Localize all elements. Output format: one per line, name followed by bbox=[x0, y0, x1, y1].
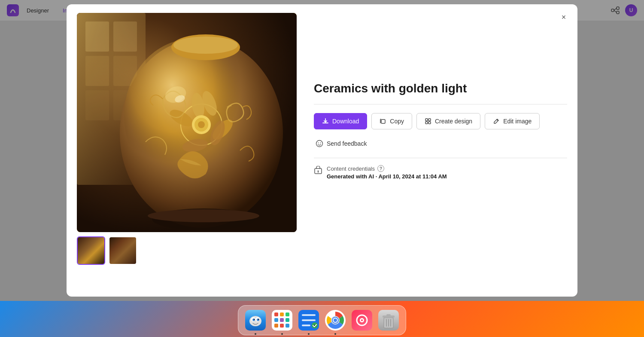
main-image-svg bbox=[77, 13, 297, 232]
credentials-text: Content credentials ? Generated with AI … bbox=[327, 165, 447, 180]
svg-rect-7 bbox=[85, 21, 109, 52]
dock-dot-taskcheck bbox=[308, 333, 310, 335]
svg-rect-32 bbox=[425, 119, 428, 121]
edit-image-button[interactable]: Edit image bbox=[485, 113, 540, 129]
credentials-label-text: Content credentials bbox=[327, 165, 375, 172]
taskcheck-icon bbox=[298, 310, 319, 331]
dock-dot-dashlane bbox=[281, 333, 283, 335]
svg-rect-8 bbox=[113, 21, 137, 52]
svg-point-37 bbox=[318, 143, 319, 144]
credentials-generated: Generated with AI · April 10, 2024 at 11… bbox=[327, 173, 447, 180]
svg-rect-79 bbox=[386, 314, 391, 316]
svg-point-49 bbox=[258, 319, 259, 320]
thumbnail-1[interactable] bbox=[77, 236, 105, 265]
svg-point-74 bbox=[361, 319, 363, 321]
download-icon bbox=[322, 118, 329, 125]
chrome-icon bbox=[325, 310, 346, 331]
dock-item-music[interactable] bbox=[350, 308, 374, 332]
svg-rect-11 bbox=[85, 90, 109, 120]
credentials-section: Content credentials ? Generated with AI … bbox=[314, 165, 567, 180]
copy-button[interactable]: Copy bbox=[371, 113, 412, 129]
dock-item-chrome[interactable] bbox=[323, 308, 347, 332]
modal-body: Ceramics with golden light Download Copy bbox=[77, 13, 567, 286]
svg-rect-59 bbox=[286, 324, 289, 328]
feedback-divider bbox=[314, 158, 567, 158]
svg-rect-9 bbox=[85, 56, 109, 86]
thumb-image-2 bbox=[109, 237, 136, 264]
edit-image-icon bbox=[493, 118, 500, 125]
svg-point-30 bbox=[148, 209, 259, 222]
svg-rect-33 bbox=[428, 119, 431, 121]
svg-point-36 bbox=[316, 141, 323, 147]
music-icon bbox=[352, 310, 372, 331]
create-design-button[interactable]: Create design bbox=[416, 113, 480, 129]
svg-point-70 bbox=[334, 319, 337, 322]
svg-rect-62 bbox=[302, 319, 316, 321]
svg-point-16 bbox=[173, 37, 238, 54]
credentials-date: April 10, 2024 at 11:04 AM bbox=[378, 173, 447, 180]
credentials-info-icon[interactable]: ? bbox=[377, 165, 384, 172]
svg-point-48 bbox=[254, 319, 255, 320]
feedback-label: Send feedback bbox=[327, 140, 367, 147]
thumbnail-2[interactable] bbox=[109, 236, 137, 265]
svg-rect-54 bbox=[274, 318, 278, 322]
edit-image-label: Edit image bbox=[503, 118, 532, 125]
finder-icon bbox=[245, 310, 266, 331]
svg-point-43 bbox=[249, 316, 261, 326]
svg-rect-52 bbox=[280, 312, 284, 316]
svg-rect-57 bbox=[274, 324, 278, 328]
info-panel: Ceramics with golden light Download Copy bbox=[314, 13, 567, 286]
svg-rect-31 bbox=[381, 119, 385, 123]
title-divider bbox=[314, 104, 567, 104]
create-design-icon bbox=[425, 118, 431, 125]
copy-icon bbox=[380, 118, 386, 125]
dock-dot-chrome bbox=[334, 333, 336, 335]
thumb-image-1 bbox=[78, 237, 104, 264]
svg-rect-55 bbox=[280, 318, 284, 322]
dock-item-trash[interactable] bbox=[377, 308, 401, 332]
dock-item-finder[interactable] bbox=[243, 308, 267, 332]
dock bbox=[238, 305, 406, 335]
svg-rect-56 bbox=[286, 318, 289, 322]
image-panel bbox=[77, 13, 297, 286]
trash-icon bbox=[378, 310, 399, 331]
image-title: Ceramics with golden light bbox=[314, 82, 567, 95]
dock-item-taskcheck[interactable] bbox=[297, 308, 321, 332]
create-design-label: Create design bbox=[435, 118, 472, 125]
credentials-label-row: Content credentials ? bbox=[327, 165, 447, 172]
svg-rect-63 bbox=[302, 325, 310, 326]
svg-rect-34 bbox=[425, 122, 428, 124]
main-image bbox=[77, 13, 297, 232]
download-label: Download bbox=[332, 118, 359, 125]
dock-dot-finder bbox=[255, 333, 256, 335]
download-button[interactable]: Download bbox=[314, 113, 367, 129]
send-feedback-button[interactable]: Send feedback bbox=[314, 136, 368, 151]
modal-close-button[interactable]: × bbox=[557, 10, 571, 24]
svg-point-38 bbox=[320, 143, 321, 144]
dock-item-dashlane[interactable] bbox=[270, 308, 294, 332]
generated-with-ai: Generated with AI bbox=[327, 173, 374, 180]
thumbnails-container bbox=[77, 236, 297, 265]
svg-rect-53 bbox=[286, 312, 289, 316]
action-buttons: Download Copy Create d bbox=[314, 113, 567, 129]
svg-rect-35 bbox=[428, 122, 431, 124]
svg-rect-61 bbox=[302, 314, 316, 316]
copy-label: Copy bbox=[390, 118, 404, 125]
image-detail-modal: × bbox=[67, 4, 577, 297]
credentials-icon bbox=[314, 166, 322, 175]
svg-point-26 bbox=[198, 121, 205, 128]
feedback-icon bbox=[316, 140, 323, 147]
svg-rect-58 bbox=[280, 324, 284, 328]
svg-rect-51 bbox=[274, 312, 278, 316]
dashlane-icon bbox=[272, 310, 292, 331]
